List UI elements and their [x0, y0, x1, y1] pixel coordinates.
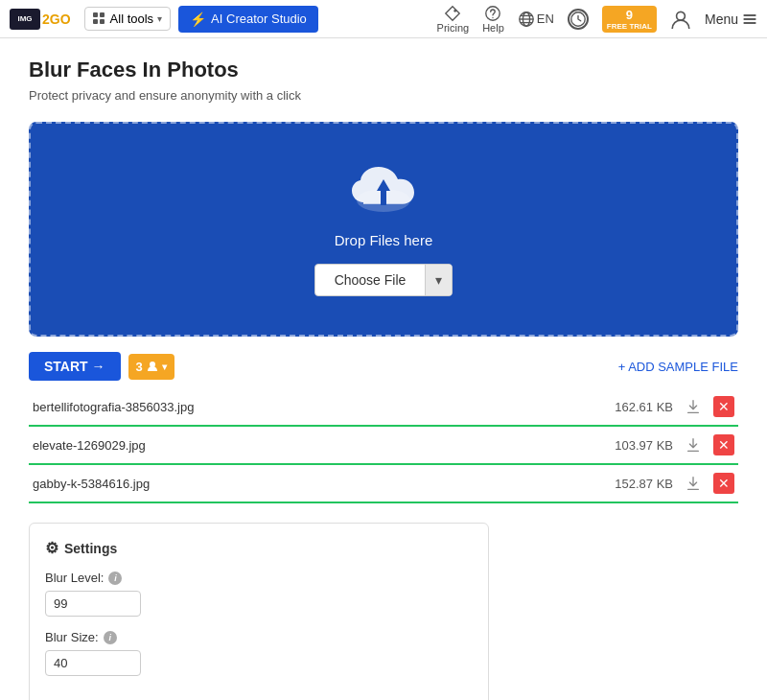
all-tools-button[interactable]: All tools ▾: [84, 7, 172, 31]
trial-badge[interactable]: 9 FREE TRIAL: [602, 6, 657, 33]
add-sample-button[interactable]: + ADD SAMPLE FILE: [618, 360, 738, 374]
delete-button-2[interactable]: ✕: [713, 473, 734, 494]
file-size-0: 162.61 KB: [615, 400, 673, 414]
file-name-2: gabby-k-5384616.jpg: [33, 477, 607, 491]
ai-creator-button[interactable]: ⚡ AI Creator Studio: [178, 6, 318, 33]
logo: IMG 2GO: [10, 9, 71, 30]
hamburger-icon: [742, 12, 757, 27]
blur-level-label-row: Blur Level: i: [45, 571, 473, 585]
grid-icon: [93, 12, 106, 26]
delete-button-1[interactable]: ✕: [713, 434, 734, 455]
drop-zone[interactable]: Drop Files here Choose File ▾: [29, 122, 738, 337]
settings-gear-icon: ⚙: [45, 539, 58, 557]
settings-title: Settings: [64, 541, 117, 556]
svg-rect-1: [100, 12, 105, 17]
file-row: bertellifotografia-3856033.jpg 162.61 KB…: [29, 388, 738, 427]
choose-file-dropdown[interactable]: ▾: [425, 265, 452, 295]
menu-button[interactable]: Menu: [705, 12, 757, 27]
blur-level-info-icon[interactable]: i: [108, 572, 122, 585]
logo-text: 2GO: [42, 12, 71, 27]
download-icon-1[interactable]: [685, 436, 702, 454]
lang-label: EN: [537, 12, 554, 26]
globe-icon: [518, 11, 535, 28]
ai-icon: ⚡: [190, 12, 206, 27]
cloud-upload-icon: [350, 162, 417, 222]
trial-count: 9: [626, 8, 633, 22]
page-title: Blur Faces In Photos: [29, 58, 738, 82]
settings-header: ⚙ Settings: [45, 539, 473, 557]
file-size-2: 152.87 KB: [615, 477, 673, 491]
ai-creator-label: AI Creator Studio: [211, 12, 307, 26]
help-icon: [484, 5, 501, 22]
svg-point-6: [493, 16, 494, 17]
file-name-1: elevate-1269029.jpg: [33, 438, 607, 453]
user-icon[interactable]: [670, 9, 691, 30]
language-button[interactable]: EN: [518, 11, 554, 28]
blur-size-input[interactable]: [45, 650, 141, 676]
file-list: bertellifotografia-3856033.jpg 162.61 KB…: [29, 388, 738, 503]
blur-level-label: Blur Level:: [45, 571, 104, 585]
main-content: Blur Faces In Photos Protect privacy and…: [0, 38, 767, 700]
pricing-nav-item[interactable]: Pricing: [437, 5, 470, 34]
drop-label: Drop Files here: [335, 232, 433, 248]
svg-rect-0: [93, 12, 98, 17]
svg-rect-2: [93, 19, 98, 24]
count-dropdown[interactable]: 3 ▾: [128, 354, 174, 380]
blur-level-input[interactable]: [45, 591, 141, 617]
timer-button[interactable]: [568, 9, 589, 30]
logo-go-text: 2GO: [42, 12, 71, 27]
svg-point-4: [454, 9, 457, 12]
blur-size-group: Blur Size: i: [45, 630, 473, 676]
blur-size-info-icon[interactable]: i: [104, 631, 117, 644]
timer-circle: [568, 9, 589, 30]
menu-label: Menu: [705, 12, 738, 27]
pricing-label: Pricing: [437, 22, 470, 34]
page-subtitle: Protect privacy and ensure anonymity wit…: [29, 88, 738, 103]
download-icon-2[interactable]: [685, 475, 702, 492]
svg-point-13: [677, 12, 686, 20]
pricing-icon: [444, 5, 461, 22]
help-nav-item[interactable]: Help: [482, 5, 504, 34]
choose-file-button[interactable]: Choose File ▾: [314, 264, 453, 296]
delete-button-0[interactable]: ✕: [713, 396, 734, 417]
file-row: elevate-1269029.jpg 103.97 KB ✕: [29, 427, 738, 465]
start-button-top[interactable]: START →: [29, 352, 121, 381]
all-tools-chevron: ▾: [157, 13, 162, 24]
help-label: Help: [482, 22, 504, 34]
count-chevron: ▾: [162, 362, 167, 372]
file-size-1: 103.97 KB: [615, 438, 673, 453]
toolbar: START → 3 ▾ + ADD SAMPLE FILE: [29, 352, 738, 381]
blur-level-group: Blur Level: i: [45, 571, 473, 617]
header-nav: Pricing Help EN: [437, 5, 757, 34]
svg-rect-3: [100, 19, 105, 24]
file-row: gabby-k-5384616.jpg 152.87 KB ✕: [29, 465, 738, 503]
blur-size-label-row: Blur Size: i: [45, 630, 473, 644]
clock-icon: [569, 11, 587, 28]
trial-label: FREE TRIAL: [607, 22, 652, 31]
download-icon-0[interactable]: [685, 398, 702, 415]
header: IMG 2GO All tools ▾ ⚡ AI Creator Studio …: [0, 0, 767, 38]
choose-file-main-button[interactable]: Choose File: [315, 265, 426, 295]
person-icon: [147, 361, 158, 372]
file-count: 3: [136, 360, 143, 374]
blur-size-label: Blur Size:: [45, 630, 99, 644]
file-name-0: bertellifotografia-3856033.jpg: [33, 400, 607, 414]
all-tools-label: All tools: [110, 12, 154, 26]
logo-image: IMG: [10, 9, 40, 30]
settings-panel: ⚙ Settings Blur Level: i Blur Size: i: [29, 523, 489, 700]
